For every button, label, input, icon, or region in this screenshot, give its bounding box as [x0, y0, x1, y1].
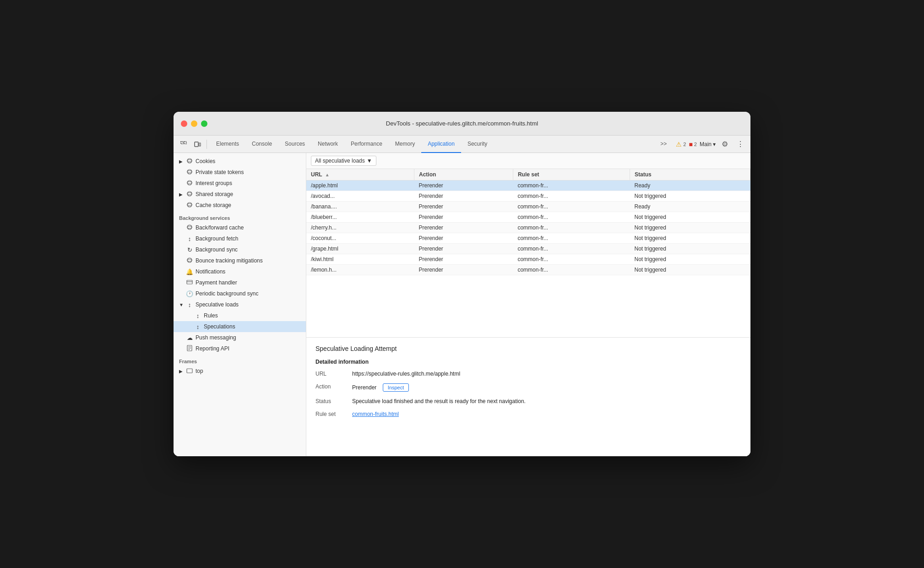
sidebar-item-cookies[interactable]: ▶ Cookies [174, 156, 306, 167]
sidebar-item-speculative-loads[interactable]: ▼ ↕ Speculative loads [174, 299, 306, 310]
tab-sources[interactable]: Sources [278, 136, 311, 153]
close-button[interactable] [181, 120, 187, 127]
sidebar-item-label: Shared storage [196, 191, 233, 197]
cell-action: Prerender [414, 244, 513, 254]
cell-url: /lemon.h... [306, 265, 414, 275]
sidebar-item-interest-groups[interactable]: ▶ Interest groups [174, 178, 306, 189]
svg-rect-3 [199, 143, 201, 146]
sidebar-item-periodic-background-sync[interactable]: ▶ 🕐 Periodic background sync [174, 288, 306, 299]
rules-icon: ↕ [194, 312, 201, 319]
device-toolbar-icon[interactable] [191, 138, 204, 151]
sidebar-item-payment-handler[interactable]: ▶ Payment handler [174, 277, 306, 288]
cell-url: /coconut... [306, 233, 414, 244]
sidebar-item-label: Speculative loads [196, 301, 239, 308]
detail-value-rule-set: common-fruits.html [352, 411, 741, 417]
svg-point-13 [187, 203, 192, 206]
bounce-tracking-icon [186, 257, 193, 265]
table-row[interactable]: /avocad...Prerendercommon-fr...Not trigg… [306, 191, 750, 202]
cell-rule-set: common-fr... [513, 180, 630, 191]
svg-point-7 [187, 170, 192, 173]
cell-rule-set: common-fr... [513, 244, 630, 254]
tab-security[interactable]: Security [461, 136, 494, 153]
inspect-button[interactable]: Inspect [383, 383, 409, 392]
table-row[interactable]: /grape.htmlPrerendercommon-fr...Not trig… [306, 244, 750, 254]
table-row[interactable]: /banana....Prerendercommon-fr...Ready [306, 202, 750, 212]
minimize-button[interactable] [191, 120, 197, 127]
svg-point-4 [187, 158, 192, 163]
svg-point-5 [187, 159, 192, 162]
table-row[interactable]: /cherry.h...Prerendercommon-fr...Not tri… [306, 223, 750, 233]
reporting-api-icon [186, 345, 193, 353]
sidebar-item-label: Push messaging [196, 334, 236, 341]
sidebar-item-reporting-api[interactable]: ▶ Reporting API [174, 343, 306, 354]
cell-status: Not triggered [630, 212, 750, 223]
rule-set-link[interactable]: common-fruits.html [352, 411, 399, 417]
main-dropdown[interactable]: Main ▾ [700, 141, 716, 147]
more-options-icon[interactable]: ⋮ [734, 138, 747, 151]
table-row[interactable]: /lemon.h...Prerendercommon-fr...Not trig… [306, 265, 750, 275]
cell-rule-set: common-fr... [513, 233, 630, 244]
sidebar-item-label: Cache storage [196, 202, 231, 208]
sidebar-item-cache-storage[interactable]: ▶ Cache storage [174, 200, 306, 211]
svg-point-17 [187, 259, 192, 261]
titlebar: DevTools - speculative-rules.glitch.me/c… [174, 112, 750, 136]
detail-value-url: https://speculative-rules.glitch.me/appl… [352, 371, 741, 377]
cell-action: Prerender [414, 191, 513, 202]
cell-status: Not triggered [630, 223, 750, 233]
tab-network[interactable]: Network [311, 136, 344, 153]
detail-row-action: Action Prerender Inspect [315, 383, 741, 392]
sidebar-item-push-messaging[interactable]: ▶ ☁ Push messaging [174, 332, 306, 343]
table-container: URL ▲ Action Rule set Status /apple.html… [306, 169, 750, 337]
error-count: 2 [694, 142, 697, 147]
sort-arrow: ▲ [325, 172, 330, 177]
cell-rule-set: common-fr... [513, 191, 630, 202]
tab-elements[interactable]: Elements [210, 136, 245, 153]
periodic-background-sync-icon: 🕐 [186, 290, 193, 297]
sidebar-item-shared-storage[interactable]: ▶ Shared storage [174, 189, 306, 200]
tab-application[interactable]: Application [421, 136, 461, 153]
sidebar-item-background-sync[interactable]: ▶ ↻ Background sync [174, 244, 306, 255]
traffic-lights [181, 120, 207, 127]
table-row[interactable]: /coconut...Prerendercommon-fr...Not trig… [306, 233, 750, 244]
sidebar-item-top[interactable]: ▶ top [174, 366, 306, 377]
settings-icon[interactable]: ⚙ [718, 138, 731, 151]
toolbar-divider [207, 140, 207, 149]
cell-status: Ready [630, 202, 750, 212]
cell-status: Not triggered [630, 233, 750, 244]
cell-action: Prerender [414, 212, 513, 223]
table-row[interactable]: /kiwi.htmlPrerendercommon-fr...Not trigg… [306, 254, 750, 265]
sidebar-item-notifications[interactable]: ▶ 🔔 Notifications [174, 266, 306, 277]
sidebar-item-background-fetch[interactable]: ▶ ↕ Background fetch [174, 233, 306, 244]
detail-row-url: URL https://speculative-rules.glitch.me/… [315, 371, 741, 377]
sidebar-item-rules[interactable]: ▶ ↕ Rules [174, 310, 306, 321]
sidebar-item-private-state-tokens[interactable]: ▶ Private state tokens [174, 167, 306, 178]
sidebar-item-speculations[interactable]: ▶ ↕ Speculations [174, 321, 306, 332]
tab-memory[interactable]: Memory [389, 136, 421, 153]
sidebar-item-bounce-tracking[interactable]: ▶ Bounce tracking mitigations [174, 255, 306, 266]
table-row[interactable]: /blueberr...Prerendercommon-fr...Not tri… [306, 212, 750, 223]
sidebar: ▶ Cookies ▶ Private state tokens ▶ [174, 153, 306, 456]
element-picker-icon[interactable] [177, 138, 190, 151]
svg-rect-1 [184, 142, 186, 144]
table-row[interactable]: /apple.htmlPrerendercommon-fr...Ready [306, 180, 750, 191]
push-messaging-icon: ☁ [186, 334, 193, 341]
arrow-icon: ▶ [179, 369, 184, 374]
cell-rule-set: common-fr... [513, 202, 630, 212]
backforward-cache-icon [186, 224, 193, 232]
cell-url: /apple.html [306, 180, 414, 191]
tab-bar: Elements Console Sources Network Perform… [174, 136, 750, 153]
svg-rect-0 [181, 142, 183, 144]
maximize-button[interactable] [201, 120, 207, 127]
detail-label-url: URL [315, 371, 352, 377]
cell-action: Prerender [414, 223, 513, 233]
main-label: Main [700, 141, 712, 147]
filter-dropdown[interactable]: All speculative loads ▼ [311, 156, 376, 166]
detail-value-status: Speculative load finished and the result… [352, 398, 741, 404]
tab-console[interactable]: Console [245, 136, 278, 153]
tab-performance[interactable]: Performance [344, 136, 389, 153]
more-tabs-button[interactable]: >> [654, 136, 673, 153]
sidebar-item-backforward-cache[interactable]: ▶ Back/forward cache [174, 222, 306, 233]
background-fetch-icon: ↕ [186, 235, 193, 242]
cell-status: Not triggered [630, 191, 750, 202]
svg-point-16 [187, 258, 192, 262]
